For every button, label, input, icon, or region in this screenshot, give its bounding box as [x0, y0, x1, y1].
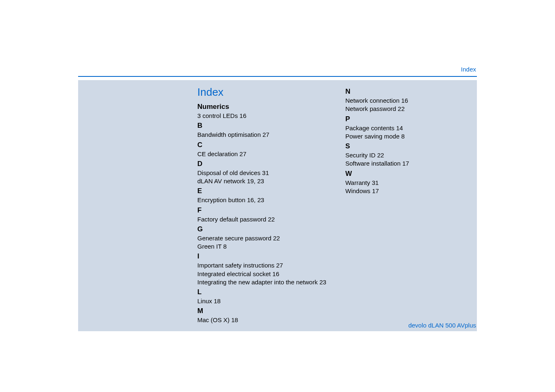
index-entry-text: Factory default password: [197, 216, 266, 223]
index-entry-pages: 16: [401, 97, 408, 104]
index-entry-text: Power saving mode: [345, 133, 400, 140]
index-entry-page-link[interactable]: 22: [273, 235, 280, 242]
index-entry: Package contents 14: [345, 124, 477, 132]
index-entry-pages: 22: [377, 152, 384, 159]
index-heading-d: D: [197, 160, 329, 168]
index-entry-page-link[interactable]: 27: [240, 150, 247, 157]
index-heading-n: N: [345, 88, 477, 96]
index-heading-f: F: [197, 206, 329, 214]
index-heading-numerics: Numerics: [197, 103, 329, 111]
index-entry-page-link[interactable]: 16: [240, 112, 247, 119]
index-entry-text: Linux: [197, 297, 212, 304]
index-entry-text: dLAN AV network: [197, 178, 245, 184]
index-entry-pages: 27: [240, 150, 247, 157]
index-entry-text: Disposal of old devices: [197, 169, 260, 176]
index-entry-text: Windows: [345, 187, 370, 194]
index-entry-page-link[interactable]: 8: [401, 133, 405, 140]
index-entry-text: Package contents: [345, 125, 394, 131]
index-entry-pages: 22: [268, 216, 275, 223]
footer-product-label: devolo dLAN 500 AVplus: [78, 322, 477, 329]
index-entry-pages: 19, 23: [247, 178, 264, 184]
index-entry-page-link[interactable]: 31: [372, 179, 379, 186]
index-entry-pages: 31: [372, 179, 379, 186]
header-divider: [78, 76, 477, 77]
index-heading-b: B: [197, 122, 329, 130]
index-title: Index: [197, 86, 329, 99]
index-entry-page-link[interactable]: 22: [377, 152, 384, 159]
index-entry-pages: 18: [214, 297, 221, 304]
index-entry-pages: 16: [273, 270, 280, 277]
index-entry-page-link[interactable]: 18: [214, 297, 221, 304]
index-entry-page-link[interactable]: 8: [223, 243, 227, 250]
index-entry-page-link[interactable]: 27: [262, 131, 269, 138]
index-entry-page-link[interactable]: 31: [262, 169, 269, 176]
index-entry-text: Software installation: [345, 160, 400, 167]
index-entry: Windows 17: [345, 187, 477, 195]
index-entry: Network password 22: [345, 105, 477, 113]
index-entry: Network connection 16: [345, 97, 477, 105]
index-entry-text: Integrated electrical socket: [197, 270, 271, 277]
page-container: Index Index Numerics 3 control LEDs 16 B…: [0, 0, 555, 331]
index-entry-page-link[interactable]: 16: [273, 270, 280, 277]
index-entry-text: Bandwidth optimisation: [197, 131, 261, 138]
index-entry: Power saving mode 8: [345, 132, 477, 141]
header-section: Index: [78, 66, 477, 77]
index-entry: Important safety instructions 27: [197, 261, 329, 270]
content-area: Index Numerics 3 control LEDs 16 B Bandw…: [78, 80, 477, 331]
index-entry-text: CE declaration: [197, 150, 238, 157]
index-entry-page-link[interactable]: 22: [268, 216, 275, 223]
index-entry-text: Network password: [345, 105, 396, 112]
index-entry-pages: 16: [240, 112, 247, 119]
index-columns: Index Numerics 3 control LEDs 16 B Bandw…: [197, 86, 477, 325]
index-entry-pages: 14: [396, 125, 403, 131]
index-entry: dLAN AV network 19, 23: [197, 177, 329, 185]
index-entry: 3 control LEDs 16: [197, 112, 329, 120]
index-heading-l: L: [197, 288, 329, 296]
index-entry: Linux 18: [197, 297, 329, 305]
index-entry: Generate secure password 22: [197, 234, 329, 242]
index-entry-pages: 23: [319, 279, 326, 286]
index-heading-e: E: [197, 187, 329, 195]
index-entry-text: Encryption button: [197, 196, 245, 203]
index-entry-page-link[interactable]: 16, 23: [247, 196, 264, 203]
index-entry-pages: 17: [372, 187, 379, 194]
index-entry: Bandwidth optimisation 27: [197, 131, 329, 139]
index-entry-pages: 22: [398, 105, 405, 112]
index-entry-page-link[interactable]: 22: [398, 105, 405, 112]
index-entry-page-link[interactable]: 27: [276, 262, 283, 269]
index-entry-text: Generate secure password: [197, 235, 271, 242]
index-entry-page-link[interactable]: 16: [401, 97, 408, 104]
index-entry-pages: 22: [273, 235, 280, 242]
index-entry-page-link[interactable]: 14: [396, 125, 403, 131]
index-entry: CE declaration 27: [197, 150, 329, 158]
index-entry: Integrating the new adapter into the net…: [197, 278, 329, 286]
index-heading-g: G: [197, 225, 329, 233]
index-entry-text: Network connection: [345, 97, 400, 104]
index-heading-m: M: [197, 307, 329, 315]
index-entry-page-link[interactable]: 23: [319, 279, 326, 286]
index-entry: Disposal of old devices 31: [197, 169, 329, 177]
index-entry-text: Security ID: [345, 152, 375, 159]
index-entry-text: Warranty: [345, 179, 370, 186]
index-entry-text: Integrating the new adapter into the net…: [197, 279, 318, 286]
index-entry-text: 3 control LEDs: [197, 112, 238, 119]
index-entry: Factory default password 22: [197, 215, 329, 224]
index-entry: Integrated electrical socket 16: [197, 270, 329, 278]
index-heading-p: P: [345, 115, 477, 123]
index-entry-pages: 31: [262, 169, 269, 176]
index-entry-pages: 8: [401, 133, 405, 140]
index-entry-page-link[interactable]: 17: [372, 187, 379, 194]
index-entry-page-link[interactable]: 19, 23: [247, 178, 264, 184]
index-entry: Warranty 31: [345, 179, 477, 187]
index-entry-pages: 17: [402, 160, 409, 167]
index-entry: Security ID 22: [345, 151, 477, 159]
index-entry-pages: 27: [262, 131, 269, 138]
index-entry-page-link[interactable]: 17: [402, 160, 409, 167]
index-column-1: Index Numerics 3 control LEDs 16 B Bandw…: [197, 86, 329, 325]
index-heading-c: C: [197, 141, 329, 149]
index-heading-i: I: [197, 252, 329, 261]
index-entry-pages: 27: [276, 262, 283, 269]
index-entry: Green IT 8: [197, 242, 329, 251]
header-label: Index: [78, 66, 477, 73]
index-entry: Software installation 17: [345, 159, 477, 168]
